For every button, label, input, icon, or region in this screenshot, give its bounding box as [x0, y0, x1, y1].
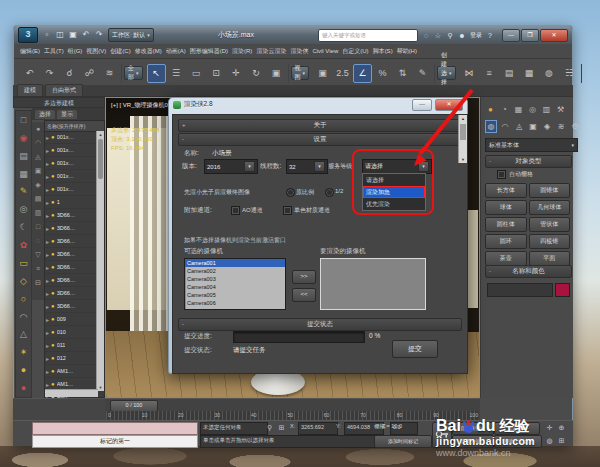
camera-list-item[interactable]: Camera004: [185, 283, 285, 291]
visibility-bulb-icon[interactable]: ●: [51, 251, 55, 257]
toolbar-icon[interactable]: ↻: [247, 64, 266, 83]
toolbar-icon[interactable]: ☵: [560, 64, 579, 83]
scene-object-row[interactable]: ▸ ● 010: [45, 326, 98, 339]
primitive-button[interactable]: 几何球体: [529, 200, 571, 215]
object-type-rollout[interactable]: - 对象类型: [485, 155, 572, 168]
category-icon[interactable]: ◠: [499, 120, 511, 133]
mono-material-checkbox[interactable]: [283, 206, 292, 215]
explorer-filter-icon[interactable]: ▥: [35, 206, 42, 220]
toolbar-icon[interactable]: ≡: [480, 64, 499, 83]
explorer-filter-icon[interactable]: ▣: [35, 164, 42, 178]
toolbar-icon[interactable]: ≋: [100, 64, 119, 83]
toolbar-icon[interactable]: ▤: [500, 64, 519, 83]
toolbar-icon[interactable]: ☌: [60, 64, 79, 83]
explorer-filter-icon[interactable]: ●: [36, 122, 40, 136]
menu-item[interactable]: 动画(A): [166, 47, 186, 56]
menu-item[interactable]: 脚本(S): [373, 47, 393, 56]
visibility-bulb-icon[interactable]: ●: [51, 329, 55, 335]
primitive-category-dropdown[interactable]: 标准基本体 ▾: [485, 138, 578, 152]
scene-object-row[interactable]: ▸ ● 012: [45, 352, 98, 365]
menu-item[interactable]: 创建(C): [110, 47, 130, 56]
category-icon[interactable]: ◬: [513, 120, 525, 133]
explorer-filter-icon[interactable]: ◈: [35, 178, 40, 192]
toolbar-icon[interactable]: ✎: [413, 64, 432, 83]
primitive-button[interactable]: 长方体: [485, 183, 527, 198]
titlebar-icon[interactable]: ◌: [421, 30, 431, 41]
panel-tab-icon[interactable]: ◔: [499, 104, 510, 115]
coordinate-system-dropdown[interactable]: 视图 ▾: [291, 66, 310, 80]
camera-list-item[interactable]: Camera006: [185, 299, 285, 307]
ribbon-tool-icon[interactable]: ▭: [16, 254, 31, 272]
expand-arrow-icon[interactable]: ▸: [46, 316, 49, 323]
camera-list-item[interactable]: Camera005: [185, 291, 285, 299]
visibility-bulb-icon[interactable]: ●: [51, 199, 55, 205]
scene-object-row[interactable]: ▸ ● 001x…: [45, 144, 98, 157]
visibility-bulb-icon[interactable]: ●: [51, 160, 55, 166]
visibility-bulb-icon[interactable]: ●: [51, 225, 55, 231]
expand-arrow-icon[interactable]: ▸: [46, 368, 49, 375]
named-selection-set-dropdown[interactable]: 创建选择集 ▾: [437, 66, 456, 80]
ribbon-tool-icon[interactable]: ▦: [16, 165, 31, 183]
ribbon-tool-icon[interactable]: ✿: [16, 236, 31, 254]
menu-item[interactable]: 帮助(H): [397, 47, 417, 56]
ribbon-tab[interactable]: 建模: [17, 84, 43, 96]
menu-item[interactable]: 组(G): [68, 47, 83, 56]
primitive-button[interactable]: 圆环: [485, 234, 527, 249]
object-name-field[interactable]: [487, 283, 553, 297]
submit-status-rollout[interactable]: - 提交状态: [178, 318, 462, 331]
visibility-bulb-icon[interactable]: ●: [51, 368, 55, 374]
menu-item[interactable]: 视图(V): [86, 47, 106, 56]
explorer-filter-icon[interactable]: ▤: [35, 192, 42, 206]
add-time-tag-button[interactable]: 添加时间标记: [374, 435, 432, 448]
scene-object-row[interactable]: ▸ ● AM1…: [45, 365, 98, 378]
expand-arrow-icon[interactable]: ▸: [46, 212, 49, 219]
ribbon-tool-icon[interactable]: ◎: [16, 200, 31, 218]
explorer-filter-icon[interactable]: ≡: [36, 262, 40, 276]
toolbar-icon[interactable]: ⊡: [207, 64, 226, 83]
visibility-bulb-icon[interactable]: ●: [51, 290, 55, 296]
toolbar-icon[interactable]: ↖: [147, 64, 166, 83]
ribbon-tool-icon[interactable]: ◠: [16, 308, 31, 326]
explorer-tab[interactable]: 显示: [57, 110, 77, 119]
ribbon-tool-icon[interactable]: ○: [16, 290, 31, 308]
primitive-button[interactable]: 平面: [529, 251, 571, 266]
visibility-bulb-icon[interactable]: ●: [51, 277, 55, 283]
expand-arrow-icon[interactable]: ▸: [46, 173, 49, 180]
maxscript-mini-listener[interactable]: [32, 422, 198, 435]
scene-object-row[interactable]: ▸ ● 3D66…: [45, 300, 98, 313]
app-logo-icon[interactable]: 3: [18, 27, 38, 43]
panel-tab-icon[interactable]: ▦: [513, 104, 524, 115]
ribbon-tool-icon[interactable]: ▤: [16, 147, 31, 165]
submit-button[interactable]: 提交: [392, 340, 438, 358]
target-cameras-list[interactable]: [320, 258, 426, 310]
scene-object-row[interactable]: ▸ ● 3D66…: [45, 209, 98, 222]
name-color-rollout[interactable]: - 名称和颜色: [485, 265, 572, 278]
toolbar-icon[interactable]: ↶: [20, 64, 39, 83]
primitive-button[interactable]: 四棱锥: [529, 234, 571, 249]
camera-list-item[interactable]: Camera001: [185, 259, 285, 267]
scene-object-row[interactable]: ▸ ● 001x…: [45, 157, 98, 170]
ribbon-tool-icon[interactable]: ✶: [16, 343, 31, 361]
category-icon[interactable]: ◍: [485, 120, 497, 133]
explorer-filter-icon[interactable]: ◬: [35, 150, 40, 164]
toolbar-icon[interactable]: 2.5: [333, 64, 352, 83]
visibility-bulb-icon[interactable]: ●: [51, 342, 55, 348]
quick-access-icon[interactable]: ↶: [80, 29, 92, 41]
expand-arrow-icon[interactable]: ▸: [46, 251, 49, 258]
primitive-button[interactable]: 圆柱体: [485, 217, 527, 232]
ribbon-tool-icon[interactable]: △: [16, 326, 31, 344]
quick-access-icon[interactable]: ◫: [54, 29, 66, 41]
visibility-bulb-icon[interactable]: ●: [51, 264, 55, 270]
search-input[interactable]: [318, 29, 418, 42]
bits-dropdown[interactable]: 32 ▾: [286, 159, 328, 174]
expand-arrow-icon[interactable]: ▸: [46, 238, 49, 245]
scene-object-row[interactable]: ▸ ● 011: [45, 339, 98, 352]
expand-arrow-icon[interactable]: ▸: [46, 277, 49, 284]
expand-arrow-icon[interactable]: ▸: [46, 290, 49, 297]
visibility-bulb-icon[interactable]: ●: [51, 134, 55, 140]
autogrid-checkbox[interactable]: [497, 170, 506, 179]
scene-object-row[interactable]: ▸ ● 001x…: [45, 131, 98, 144]
primitive-button[interactable]: 球体: [485, 200, 527, 215]
ribbon-tool-icon[interactable]: □: [16, 111, 31, 129]
explorer-vertical-scrollbar[interactable]: ▲ ▼: [96, 131, 104, 391]
